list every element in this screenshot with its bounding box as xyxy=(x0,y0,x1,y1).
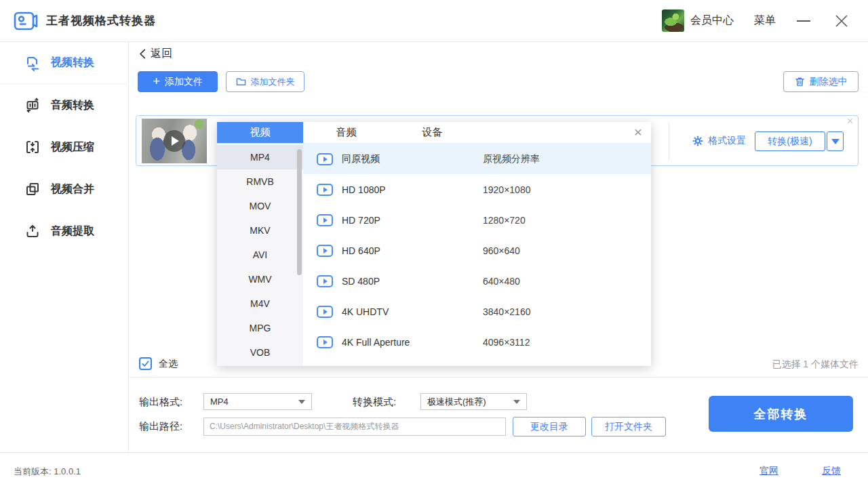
change-directory-button[interactable]: 更改目录 xyxy=(513,417,586,436)
member-center-link[interactable]: 会员中心 xyxy=(690,14,734,28)
preset-resolution: 1920×1080 xyxy=(483,184,530,195)
video-compress-icon xyxy=(24,139,41,155)
change-directory-label: 更改目录 xyxy=(530,421,568,433)
output-format-value: MP4 xyxy=(210,396,229,407)
format-item-mov[interactable]: MOV xyxy=(217,194,303,218)
check-icon xyxy=(141,359,150,368)
menu-button[interactable]: 菜单 xyxy=(754,14,776,28)
sidebar-item-label: 音频转换 xyxy=(51,98,94,113)
select-all-checkbox[interactable] xyxy=(139,357,152,370)
format-settings-button[interactable]: 格式设置 xyxy=(692,131,746,151)
add-folder-label: 添加文件夹 xyxy=(251,76,295,88)
official-website-link[interactable]: 官网 xyxy=(760,465,778,477)
open-folder-button[interactable]: 打开文件夹 xyxy=(591,417,666,436)
close-button[interactable] xyxy=(831,11,852,31)
sidebar-item-label: 视频压缩 xyxy=(51,140,94,155)
app-logo-camera-icon xyxy=(12,7,39,35)
delete-selected-label: 删除选中 xyxy=(810,76,848,88)
tab-audio[interactable]: 音频 xyxy=(303,122,389,143)
format-item-rmvb[interactable]: RMVB xyxy=(217,169,303,194)
audio-extract-icon xyxy=(24,223,41,239)
divider xyxy=(129,377,868,378)
format-item-avi[interactable]: AVI xyxy=(217,243,303,267)
tab-device[interactable]: 设备 xyxy=(389,122,475,143)
convert-fast-button[interactable]: 转换(极速) xyxy=(755,131,825,151)
remove-file-icon[interactable]: × xyxy=(847,115,853,127)
select-all-control[interactable]: 全选 xyxy=(139,357,178,370)
format-list-scrollbar[interactable] xyxy=(297,149,302,275)
format-popup-tabs: 视频 音频 设备 × xyxy=(217,122,651,144)
version-label: 当前版本: xyxy=(14,466,52,476)
output-path-input[interactable] xyxy=(203,418,506,436)
format-item-mpg[interactable]: MPG xyxy=(217,316,303,340)
row-divider xyxy=(669,122,669,161)
preset-name: 同原视频 xyxy=(342,153,483,165)
sidebar-item-video-merge[interactable]: 视频合并 xyxy=(0,168,128,210)
caret-down-icon xyxy=(513,400,520,404)
preset-name: SD 480P xyxy=(342,276,483,287)
titlebar: 王者视频格式转换器 会员中心 菜单 xyxy=(0,0,868,42)
sidebar-item-label: 视频转换 xyxy=(51,56,94,70)
add-file-button[interactable]: + 添加文件 xyxy=(138,71,218,92)
format-settings-label: 格式设置 xyxy=(708,135,746,147)
video-thumbnail[interactable] xyxy=(142,119,207,163)
preset-name: HD 1080P xyxy=(342,184,483,195)
version-info: 当前版本: 1.0.0.1 xyxy=(14,466,81,478)
user-avatar[interactable] xyxy=(662,9,684,32)
sidebar-item-audio-extract[interactable]: 音频提取 xyxy=(0,210,128,252)
caret-down-icon xyxy=(298,400,305,404)
preset-resolution: 原视频分辨率 xyxy=(483,153,540,165)
version-number: 1.0.0.1 xyxy=(54,466,81,476)
format-item-vob[interactable]: VOB xyxy=(217,340,303,365)
delete-selected-button[interactable]: 删除选中 xyxy=(783,71,859,92)
format-item-mkv[interactable]: MKV xyxy=(217,218,303,243)
sidebar-item-video-convert[interactable]: 视频转换 xyxy=(0,42,128,84)
back-label: 返回 xyxy=(151,47,172,61)
format-item-wmv[interactable]: WMV xyxy=(217,267,303,291)
app-title: 王者视频格式转换器 xyxy=(46,13,156,28)
preset-name: HD 720P xyxy=(342,215,483,226)
preset-resolution: 868×488 xyxy=(483,215,526,226)
preset-row-hd640p[interactable]: HD 640P 960×640 xyxy=(303,235,651,266)
preset-row-4k-uhdtv[interactable]: 4K UHDTV 3840×2160 xyxy=(303,296,651,327)
preset-resolution: 4096×3112 xyxy=(483,337,530,348)
folder-icon xyxy=(236,77,246,87)
format-popup: 视频 音频 设备 × MP4 RMVB MOV MKV AVI WMV M4V … xyxy=(217,122,651,366)
format-list: MP4 RMVB MOV MKV AVI WMV M4V MPG VOB xyxy=(217,144,303,366)
preset-row-4k-full-aperture[interactable]: 4K Full Aperture 4096×3112 xyxy=(303,327,651,357)
convert-all-button[interactable]: 全部转换 xyxy=(709,396,853,432)
format-item-mp4[interactable]: MP4 xyxy=(217,145,303,169)
output-format-select[interactable]: MP4 xyxy=(203,393,312,410)
output-path-label: 输出路径: xyxy=(139,420,182,433)
convert-mode-select[interactable]: 极速模式(推荐) xyxy=(420,393,527,410)
minimize-icon xyxy=(797,20,810,22)
convert-mode-dropdown-button[interactable] xyxy=(827,131,844,151)
add-folder-button[interactable]: 添加文件夹 xyxy=(226,71,304,92)
preset-row-hd720p[interactable]: HD 720P 868×488 xyxy=(303,205,651,235)
video-merge-icon xyxy=(24,181,41,197)
preset-row-sd480p[interactable]: SD 480P 640×480 xyxy=(303,266,651,296)
selection-status: 已选择 1 个媒体文件 xyxy=(772,359,859,371)
feedback-link[interactable]: 反馈 xyxy=(822,465,841,477)
sidebar-item-audio-convert[interactable]: 音频转换 xyxy=(0,84,128,126)
chevron-left-icon xyxy=(138,49,146,59)
popup-close-icon[interactable]: × xyxy=(634,124,642,140)
minimize-button[interactable] xyxy=(793,11,814,31)
preset-row-original[interactable]: 同原视频 原视频分辨率 xyxy=(303,144,651,174)
preset-resolution: 640×480 xyxy=(483,276,520,287)
play-icon[interactable] xyxy=(163,130,185,152)
footer: 当前版本: 1.0.0.1 官网 反馈 xyxy=(0,452,868,488)
tab-video[interactable]: 视频 xyxy=(217,122,303,143)
sidebar-item-video-compress[interactable]: 视频压缩 xyxy=(0,126,128,168)
preset-name: 4K UHDTV xyxy=(342,306,483,317)
add-file-label: 添加文件 xyxy=(165,76,203,88)
preset-list: 同原视频 原视频分辨率 HD 1080P 1920×1080 HD 720P 1… xyxy=(303,144,651,366)
trash-icon xyxy=(795,77,805,87)
preset-row-hd1080p[interactable]: HD 1080P 1920×1080 xyxy=(303,174,651,205)
video-preset-icon xyxy=(317,306,333,318)
video-preset-icon xyxy=(317,275,333,287)
back-button[interactable]: 返回 xyxy=(138,47,172,61)
close-icon xyxy=(834,14,849,28)
video-preset-icon xyxy=(317,184,333,196)
format-item-m4v[interactable]: M4V xyxy=(217,291,303,316)
